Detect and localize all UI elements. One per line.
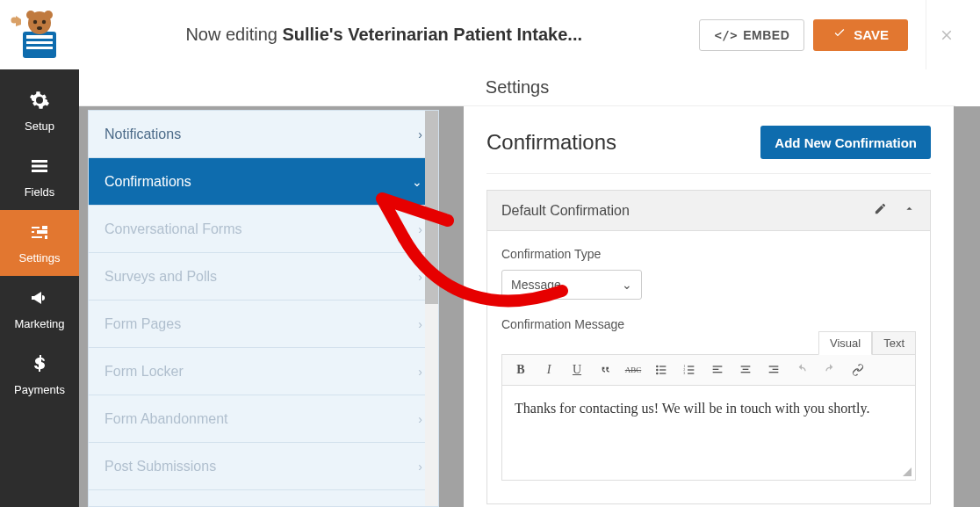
editing-title-area: Now editing Sullie's Veterinarian Patien…: [68, 25, 699, 45]
svg-text:3: 3: [683, 371, 685, 375]
blockquote-button[interactable]: [592, 357, 618, 383]
svg-rect-28: [713, 372, 723, 373]
tree-item-form-abandonment[interactable]: Form Abandonment ›: [89, 395, 438, 443]
redo-button[interactable]: [817, 357, 843, 383]
svg-rect-26: [713, 366, 723, 366]
confirmation-type-select[interactable]: Message ⌄: [501, 270, 642, 300]
list-icon: [29, 156, 50, 179]
sidebar-item-label: Payments: [14, 383, 65, 396]
close-button[interactable]: [926, 0, 966, 69]
left-sidebar: Setup Fields Settings Marketing Payments: [0, 69, 79, 507]
svg-rect-13: [32, 170, 47, 172]
message-label: Confirmation Message: [501, 317, 916, 331]
save-button[interactable]: SAVE: [813, 19, 908, 51]
svg-point-18: [656, 373, 659, 375]
select-value: Message: [511, 278, 561, 292]
sidebar-item-label: Marketing: [14, 317, 64, 330]
tree-item-label: Conversational Forms: [104, 221, 242, 237]
numbered-list-button[interactable]: 123: [676, 357, 703, 383]
editing-prefix: Now editing: [185, 25, 282, 44]
chevron-right-icon: ›: [418, 365, 422, 379]
settings-title-label: Settings: [486, 77, 549, 98]
align-center-button[interactable]: [732, 357, 759, 383]
sidebar-item-label: Fields: [25, 185, 55, 199]
svg-rect-12: [32, 165, 47, 168]
sliders-icon: [29, 221, 50, 245]
chevron-right-icon: ›: [418, 222, 422, 236]
settings-tree-panel: Notifications › Confirmations ⌄ Conversa…: [88, 110, 439, 507]
svg-rect-2: [26, 41, 53, 44]
tree-item-form-pages[interactable]: Form Pages ›: [89, 301, 438, 348]
settings-title: Settings: [79, 69, 955, 106]
italic-button[interactable]: I: [536, 357, 562, 383]
collapse-icon[interactable]: [903, 202, 916, 219]
tree-item-form-locker[interactable]: Form Locker ›: [89, 348, 438, 395]
svg-rect-27: [713, 369, 719, 370]
editor-tab-visual[interactable]: Visual: [818, 331, 872, 355]
tree-item-label: Form Abandonment: [104, 411, 228, 427]
svg-point-10: [11, 17, 18, 23]
svg-rect-29: [741, 366, 751, 366]
bullet-list-button[interactable]: [648, 357, 674, 383]
add-new-confirmation-button[interactable]: Add New Confirmation: [760, 126, 931, 159]
embed-button[interactable]: </> EMBED: [699, 19, 804, 51]
svg-rect-23: [688, 369, 694, 370]
svg-point-6: [44, 11, 53, 19]
svg-rect-25: [688, 373, 694, 373]
align-right-button[interactable]: [760, 357, 787, 383]
sidebar-item-setup[interactable]: Setup: [0, 78, 79, 144]
card-title: Default Confirmation: [501, 203, 630, 219]
sidebar-item-payments[interactable]: Payments: [0, 342, 79, 408]
type-label: Confirmation Type: [501, 247, 916, 261]
svg-point-14: [656, 366, 659, 368]
tree-item-confirmations[interactable]: Confirmations ⌄: [89, 158, 438, 206]
tree-item-post-submissions[interactable]: Post Submissions ›: [89, 443, 438, 490]
editor-tab-text[interactable]: Text: [872, 331, 916, 355]
chevron-right-icon: ›: [418, 412, 422, 426]
svg-point-16: [656, 369, 659, 372]
editor-tabs: Visual Text: [818, 331, 916, 355]
align-left-button[interactable]: [704, 357, 731, 383]
tree-item-notifications[interactable]: Notifications ›: [89, 111, 438, 158]
tree-item-conversational-forms[interactable]: Conversational Forms ›: [89, 206, 438, 253]
check-icon: [832, 26, 847, 43]
strikethrough-button[interactable]: ABC: [620, 357, 646, 383]
chevron-right-icon: ›: [418, 460, 422, 474]
main-panel: Confirmations Add New Confirmation Defau…: [464, 106, 954, 507]
chevron-right-icon: ›: [418, 317, 422, 331]
tree-item-label: Confirmations: [104, 174, 191, 190]
edit-icon[interactable]: [874, 202, 887, 219]
svg-rect-1: [26, 35, 53, 39]
save-label: SAVE: [854, 27, 889, 42]
tree-item-surveys-polls[interactable]: Surveys and Polls ›: [89, 253, 438, 301]
svg-rect-19: [659, 373, 666, 373]
tree-scrollbar-thumb[interactable]: [425, 111, 438, 304]
tree-item-label: Surveys and Polls: [104, 269, 217, 285]
editor-content[interactable]: Thanks for contacting us! We will be in …: [501, 386, 916, 481]
embed-label: EMBED: [743, 28, 789, 42]
editor-canvas: Notifications › Confirmations ⌄ Conversa…: [79, 106, 980, 507]
form-title: Sullie's Veterinarian Patient Intake...: [282, 25, 582, 44]
svg-point-5: [26, 11, 35, 19]
sidebar-item-settings[interactable]: Settings: [0, 210, 79, 276]
main-heading: Confirmations: [486, 130, 616, 155]
svg-rect-3: [26, 47, 53, 49]
underline-button[interactable]: U: [564, 357, 590, 383]
main-header: Confirmations Add New Confirmation: [486, 126, 931, 174]
sidebar-item-label: Settings: [19, 251, 61, 264]
sidebar-item-fields[interactable]: Fields: [0, 144, 79, 210]
svg-point-8: [42, 19, 46, 23]
link-button[interactable]: [845, 357, 871, 383]
svg-rect-30: [743, 369, 749, 370]
undo-button[interactable]: [789, 357, 815, 383]
dollar-icon: [29, 353, 50, 377]
svg-rect-31: [741, 372, 751, 373]
tree-item-label: Form Locker: [104, 364, 184, 380]
sidebar-item-marketing[interactable]: Marketing: [0, 276, 79, 342]
svg-rect-11: [32, 160, 47, 163]
bold-button[interactable]: B: [508, 357, 534, 383]
resize-grip[interactable]: [901, 466, 913, 478]
code-icon: </>: [714, 28, 738, 42]
chevron-down-icon: ⌄: [412, 175, 422, 189]
svg-rect-15: [659, 366, 666, 366]
